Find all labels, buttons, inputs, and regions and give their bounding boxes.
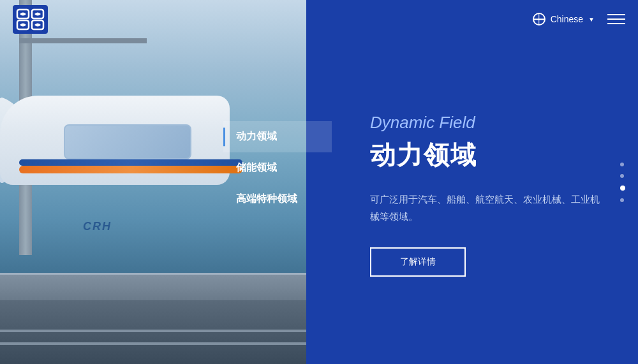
train-stripe-orange xyxy=(19,166,242,173)
train: CRH xyxy=(0,83,236,210)
logo-icon xyxy=(13,5,48,34)
lang-label: Chinese xyxy=(551,14,583,24)
lang-selector[interactable]: Chinese ▼ xyxy=(533,13,595,25)
structure-beam xyxy=(19,38,147,43)
pagination-dot-3[interactable] xyxy=(620,186,625,191)
menu-line-1 xyxy=(607,14,625,15)
train-stripe-blue xyxy=(19,159,242,166)
learn-more-button[interactable]: 了解详情 xyxy=(370,247,466,277)
track1 xyxy=(0,330,332,332)
header: Chinese ▼ xyxy=(0,0,638,38)
pagination-dot-4[interactable] xyxy=(620,198,624,202)
menu-line-2 xyxy=(607,18,625,20)
pagination-dot-2[interactable] xyxy=(620,174,624,178)
pagination-dot-1[interactable] xyxy=(620,163,624,166)
menu-item-storage[interactable]: 储能领域 xyxy=(223,152,332,184)
logo-svg xyxy=(16,8,45,31)
track2 xyxy=(0,342,332,345)
ground xyxy=(0,300,332,364)
menu-item-special[interactable]: 高端特种领域 xyxy=(223,184,332,215)
crh-logo: CRH xyxy=(83,220,112,233)
title-zh: 动力领域 xyxy=(370,138,606,173)
globe-icon xyxy=(533,13,545,25)
right-content: Dynamic Field 动力领域 可广泛用于汽车、船舶、航空航天、农业机械、… xyxy=(332,0,638,364)
menu-icon[interactable] xyxy=(607,14,625,24)
description: 可广泛用于汽车、船舶、航空航天、农业机械、工业机械等领域。 xyxy=(370,191,606,225)
train-body: CRH xyxy=(0,96,230,185)
header-right: Chinese ▼ xyxy=(533,13,625,25)
chevron-down-icon: ▼ xyxy=(588,16,595,23)
platform xyxy=(0,275,332,300)
pagination xyxy=(620,163,625,202)
train-window xyxy=(64,124,191,159)
menu-line-3 xyxy=(607,23,625,24)
subtitle-en: Dynamic Field xyxy=(370,113,606,133)
menu-item-dynamic[interactable]: 动力领域 xyxy=(223,121,332,152)
logo-area[interactable] xyxy=(13,5,48,34)
menu-overlay: 动力领域 储能领域 高端特种领域 xyxy=(223,121,332,215)
